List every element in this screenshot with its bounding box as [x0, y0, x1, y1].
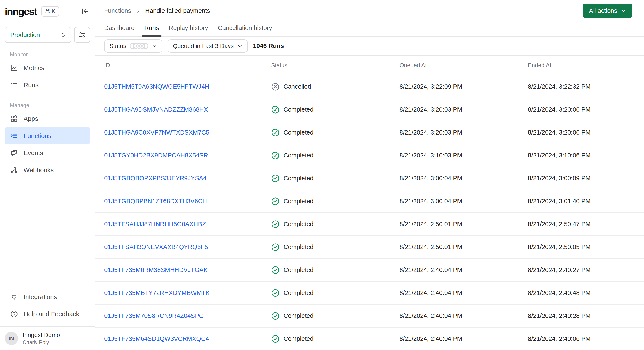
topbar: Functions Handle failed payments All act…	[95, 0, 644, 22]
sidebar-item-help[interactable]: Help and Feedback	[5, 305, 90, 322]
chevron-down-icon	[621, 8, 626, 14]
run-id-link[interactable]: 01J5TF735M70S8RCN9R4Z04SPG	[104, 312, 204, 319]
table-row: 01J5TGY0HD2BX9DMPCAH8X54SR Completed 8/2…	[95, 144, 644, 167]
run-id-link[interactable]: 01J5TFSAH3QNEVXAXB4QYRQ5F5	[104, 244, 208, 250]
environment-select[interactable]: Production	[5, 27, 71, 43]
tab-runs[interactable]: Runs	[142, 22, 162, 36]
run-id-link[interactable]: 01J5TF735M6RM38SMHHDVJTGAK	[104, 266, 208, 273]
table-row: 01J5THGA9DSMJVNADZZZM868HX Completed 8/2…	[95, 98, 644, 121]
completed-icon	[271, 174, 280, 183]
tab-dashboard[interactable]: Dashboard	[102, 22, 137, 36]
avatar: IN	[5, 332, 18, 345]
sidebar-item-label: Functions	[24, 132, 51, 139]
sidebar-item-label: Apps	[24, 115, 38, 122]
apps-icon	[10, 115, 18, 122]
run-id-link[interactable]: 01J5TGBQBQPXPBS3JEYR9JYSA4	[104, 175, 207, 182]
run-id-link[interactable]: 01J5THGA9C0XVF7NWTXDSXM7C5	[104, 129, 210, 136]
sidebar-item-integrations[interactable]: Integrations	[5, 288, 90, 305]
filter-bar: Status Queued in Last 3 Days 1046 Runs	[95, 37, 644, 56]
sidebar-item-runs[interactable]: Runs	[5, 76, 90, 94]
tab-cancellation-history[interactable]: Cancellation history	[215, 22, 274, 36]
ended-at-value: 8/21/2024, 2:40:48 PM	[528, 289, 644, 296]
table-row: 01J5TF735M64SD1QW3VCRMXQC4 Completed 8/2…	[95, 327, 644, 350]
sidebar-item-label: Help and Feedback	[24, 310, 79, 318]
ended-at-value: 8/21/2024, 3:01:40 PM	[528, 198, 644, 205]
sidebar-nav: Monitor Metrics Runs	[5, 51, 90, 179]
sidebar: inngest ⌘ K Production	[0, 0, 95, 350]
sidebar-item-metrics[interactable]: Metrics	[5, 59, 90, 76]
completed-icon	[271, 220, 280, 229]
queued-at-value: 8/21/2024, 3:10:03 PM	[400, 152, 528, 159]
metrics-icon	[10, 64, 18, 72]
run-id-link[interactable]: 01J5TGY0HD2BX9DMPCAH8X54SR	[104, 152, 208, 159]
ended-at-value: 8/21/2024, 2:40:06 PM	[528, 335, 644, 342]
status-label: Completed	[284, 244, 314, 251]
queued-at-value: 8/21/2024, 2:50:01 PM	[400, 221, 528, 228]
sidebar-item-apps[interactable]: Apps	[5, 110, 90, 127]
table-row: 01J5TGBQBQPXPBS3JEYR9JYSA4 Completed 8/2…	[95, 167, 644, 190]
table-row: 01J5TF735M6RM38SMHHDVJTGAK Completed 8/2…	[95, 259, 644, 282]
all-actions-button[interactable]: All actions	[583, 4, 632, 18]
table-row: 01J5TF735MBTY72RHXDYMBWMTK Completed 8/2…	[95, 282, 644, 305]
main-content: Functions Handle failed payments All act…	[95, 0, 644, 350]
status-label: Completed	[284, 312, 314, 319]
functions-icon	[10, 132, 18, 140]
run-id-link[interactable]: 01J5THM5T9A63NQWGE5HFTWJ4H	[104, 83, 210, 90]
completed-icon	[271, 243, 280, 251]
user-menu[interactable]: IN Inngest Demo Charly Poly	[0, 326, 95, 350]
table-header-row: ID Status Queued At Ended At	[95, 56, 644, 75]
breadcrumb-functions-link[interactable]: Functions	[104, 7, 131, 14]
cancelled-icon	[271, 82, 280, 91]
sidebar-item-label: Metrics	[24, 64, 44, 72]
sidebar-item-label: Integrations	[24, 293, 57, 300]
environment-selected-value: Production	[10, 32, 40, 39]
tab-replay-history[interactable]: Replay history	[166, 22, 211, 36]
table-row: 01J5THGA9C0XVF7NWTXDSXM7C5 Completed 8/2…	[95, 121, 644, 144]
environment-settings-button[interactable]	[74, 27, 90, 43]
plug-icon	[10, 293, 18, 301]
table-row: 01J5THM5T9A63NQWGE5HFTWJ4H Cancelled 8/2…	[95, 75, 644, 98]
command-k-shortcut[interactable]: ⌘ K	[41, 6, 59, 17]
table-row: 01J5TFSAHJJ87HNRHH5G0AXHBZ Completed 8/2…	[95, 213, 644, 236]
run-id-link[interactable]: 01J5TGBQBPBN1ZT68DXTH3V6CH	[104, 198, 207, 205]
column-header-queued-at: Queued At	[400, 62, 528, 69]
sidebar-item-webhooks[interactable]: Webhooks	[5, 161, 90, 179]
status-label: Completed	[284, 152, 314, 159]
status-label: Completed	[284, 335, 314, 342]
status-label: Completed	[284, 289, 314, 296]
run-id-link[interactable]: 01J5TFSAHJJ87HNRHH5G0AXHBZ	[104, 221, 206, 228]
page-title: Handle failed payments	[145, 7, 210, 14]
completed-icon	[271, 151, 280, 160]
status-rings-icon	[130, 43, 148, 49]
table-row: 01J5TF735M70S8RCN9R4Z04SPG Completed 8/2…	[95, 305, 644, 327]
nav-section-manage: Manage	[10, 102, 90, 108]
chevron-right-icon	[136, 8, 141, 14]
webhooks-icon	[10, 166, 18, 174]
status-filter-button[interactable]: Status	[104, 39, 162, 53]
status-label: Completed	[284, 266, 314, 274]
sidebar-item-events[interactable]: Events	[5, 144, 90, 161]
collapse-sidebar-button[interactable]	[80, 6, 90, 17]
run-id-link[interactable]: 01J5TF735MBTY72RHXDYMBWMTK	[104, 289, 210, 296]
queued-at-value: 8/21/2024, 3:00:04 PM	[400, 198, 528, 205]
queued-at-value: 8/21/2024, 3:20:03 PM	[400, 106, 528, 113]
select-updown-icon	[60, 32, 66, 38]
status-label: Completed	[284, 106, 314, 113]
queued-at-value: 8/21/2024, 3:22:09 PM	[400, 83, 528, 90]
sidebar-item-functions[interactable]: Functions	[5, 127, 90, 144]
queued-at-value: 8/21/2024, 2:40:04 PM	[400, 335, 528, 342]
status-label: Completed	[284, 175, 314, 182]
sidebar-item-label: Events	[24, 149, 43, 156]
run-id-link[interactable]: 01J5THGA9DSMJVNADZZZM868HX	[104, 106, 208, 113]
time-range-filter-button[interactable]: Queued in Last 3 Days	[168, 39, 248, 53]
runs-list-icon	[10, 81, 18, 89]
help-circle-icon	[10, 310, 18, 318]
ended-at-value: 8/21/2024, 3:00:09 PM	[528, 175, 644, 182]
sidebar-item-label: Runs	[24, 81, 38, 89]
user-org: Inngest Demo	[23, 331, 60, 338]
run-id-link[interactable]: 01J5TF735M64SD1QW3VCRMXQC4	[104, 335, 209, 342]
completed-icon	[271, 312, 280, 320]
ended-at-value: 8/21/2024, 2:40:28 PM	[528, 312, 644, 319]
ended-at-value: 8/21/2024, 3:20:06 PM	[528, 129, 644, 136]
status-label: Completed	[284, 129, 314, 136]
